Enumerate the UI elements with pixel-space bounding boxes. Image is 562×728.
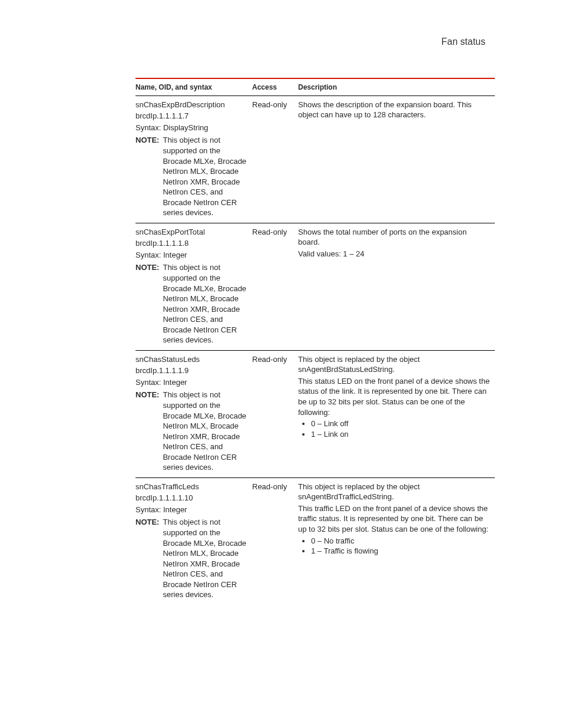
- th-name: Name, OID, and syntax: [135, 78, 252, 96]
- desc-bullet: 0 – Link off: [311, 419, 490, 429]
- cell-name: snChasStatusLedsbrcdIp.1.1.1.1.9Syntax: …: [135, 350, 252, 477]
- name-line-syntax: Syntax: DisplayString: [135, 123, 247, 133]
- name-line-name: snChasExpPortTotal: [135, 227, 247, 238]
- th-access: Access: [252, 78, 298, 96]
- desc-bullet-list: 0 – Link off1 – Link on: [311, 419, 490, 439]
- note-text: This object is not supported on the Broc…: [163, 390, 247, 472]
- cell-name: snChasTrafficLedsbrcdIp.1.1.1.1.10Syntax…: [135, 477, 252, 605]
- table-row: snChasTrafficLedsbrcdIp.1.1.1.1.10Syntax…: [135, 477, 495, 605]
- th-desc: Description: [298, 78, 495, 96]
- cell-desc: This object is replaced by the object sn…: [298, 350, 495, 477]
- name-line-oid: brcdIp.1.1.1.1.10: [135, 493, 247, 503]
- page: Fan status Name, OID, and syntax Access …: [0, 0, 562, 728]
- name-line-oid: brcdIp.1.1.1.1.7: [135, 111, 247, 121]
- note-block: NOTE:This object is not supported on the…: [135, 390, 247, 472]
- desc-paragraph: Valid values: 1 – 24: [298, 249, 490, 259]
- name-line-oid: brcdIp.1.1.1.1.8: [135, 238, 247, 249]
- table-row: snChasStatusLedsbrcdIp.1.1.1.1.9Syntax: …: [135, 350, 495, 477]
- name-line-syntax: Syntax: Integer: [135, 250, 247, 261]
- name-line-oid: brcdIp.1.1.1.1.9: [135, 365, 247, 376]
- note-block: NOTE:This object is not supported on the…: [135, 262, 247, 345]
- table-header-row: Name, OID, and syntax Access Description: [135, 78, 495, 96]
- note-label: NOTE:: [135, 390, 159, 472]
- name-line-name: snChasExpBrdDescription: [135, 100, 247, 110]
- desc-paragraph: This object is replaced by the object sn…: [298, 482, 490, 502]
- cell-name: snChasExpPortTotalbrcdIp.1.1.1.1.8Syntax…: [135, 223, 252, 350]
- desc-bullet: 1 – Link on: [311, 429, 490, 440]
- cell-access: Read-only: [252, 223, 298, 350]
- desc-paragraph: Shows the description of the expansion b…: [298, 100, 490, 120]
- table-row: snChasExpBrdDescriptionbrcdIp.1.1.1.1.7S…: [135, 95, 495, 223]
- desc-bullet-list: 0 – No traffic1 – Traffic is flowing: [311, 536, 490, 556]
- note-text: This object is not supported on the Broc…: [163, 517, 247, 599]
- desc-paragraph: This status LED on the front panel of a …: [298, 376, 490, 417]
- note-label: NOTE:: [135, 517, 159, 599]
- name-line-syntax: Syntax: Integer: [135, 505, 247, 515]
- table-row: snChasExpPortTotalbrcdIp.1.1.1.1.8Syntax…: [135, 223, 495, 350]
- note-label: NOTE:: [135, 262, 159, 345]
- cell-access: Read-only: [252, 95, 298, 223]
- note-text: This object is not supported on the Broc…: [163, 262, 247, 345]
- mib-table: Name, OID, and syntax Access Description…: [135, 78, 495, 605]
- desc-paragraph: This traffic LED on the front panel of a…: [298, 503, 490, 535]
- cell-access: Read-only: [252, 350, 298, 477]
- cell-desc: This object is replaced by the object sn…: [298, 477, 495, 605]
- name-line-name: snChasStatusLeds: [135, 354, 247, 365]
- name-line-name: snChasTrafficLeds: [135, 482, 247, 492]
- desc-bullet: 1 – Traffic is flowing: [311, 546, 490, 556]
- note-text: This object is not supported on the Broc…: [163, 135, 247, 218]
- cell-desc: Shows the total number of ports on the e…: [298, 223, 495, 350]
- desc-paragraph: Shows the total number of ports on the e…: [298, 227, 490, 248]
- cell-desc: Shows the description of the expansion b…: [298, 95, 495, 223]
- cell-name: snChasExpBrdDescriptionbrcdIp.1.1.1.1.7S…: [135, 95, 252, 223]
- cell-access: Read-only: [252, 477, 298, 605]
- desc-paragraph: This object is replaced by the object sn…: [298, 354, 490, 375]
- page-title: Fan status: [71, 35, 491, 48]
- note-label: NOTE:: [135, 135, 159, 218]
- desc-bullet: 0 – No traffic: [311, 536, 490, 546]
- note-block: NOTE:This object is not supported on the…: [135, 517, 247, 599]
- name-line-syntax: Syntax: Integer: [135, 377, 247, 388]
- note-block: NOTE:This object is not supported on the…: [135, 135, 247, 218]
